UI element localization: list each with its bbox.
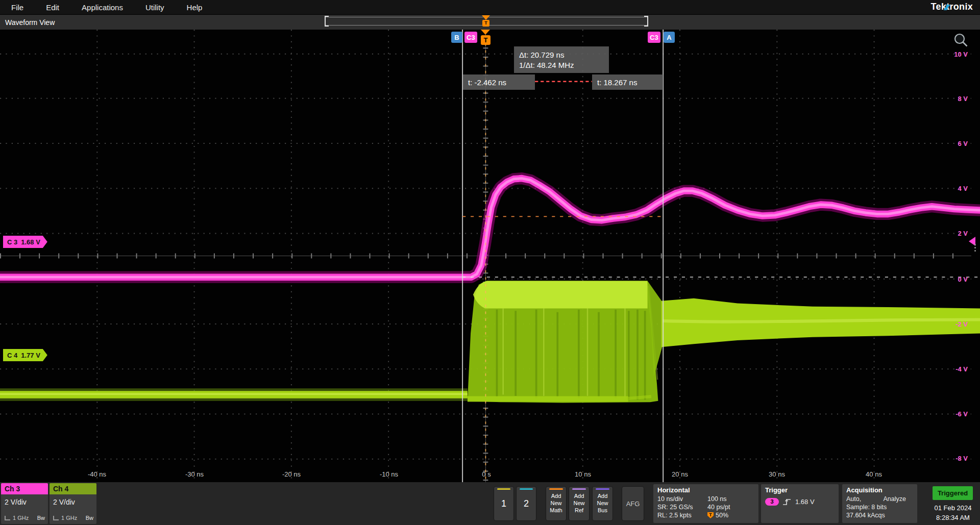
acquisition-sample: Sample: 8 bits — [846, 504, 887, 511]
ch3-badge[interactable]: Ch 3 2 V/div 1 GHz Bw — [1, 483, 48, 524]
cursor-a-badge[interactable]: A — [664, 32, 675, 43]
probe-icon — [5, 516, 10, 520]
acquisition-analyze: Analyze — [884, 495, 906, 503]
bottom-settings-bar: Ch 3 2 V/div 1 GHz Bw Ch 4 2 V/div 1 GHz… — [0, 482, 980, 525]
cursor-a-time-readout[interactable]: t: 18.267 ns — [592, 74, 663, 90]
cursor-b-time: t: -2.462 ns — [468, 78, 506, 87]
ch3-level: 1.68 V — [21, 238, 40, 246]
ch4-level-marker[interactable]: C 4 1.77 V — [3, 349, 47, 361]
menu-file[interactable]: File — [11, 3, 23, 12]
add-new-ref-button[interactable]: Add New Ref — [569, 486, 590, 521]
inverse-delta-t-value: 1/Δt: 48.24 MHz — [519, 61, 574, 69]
ch3-trace[interactable] — [0, 179, 980, 278]
scale-drag-handle[interactable] — [974, 244, 976, 245]
y-axis-label: 0 V — [958, 276, 968, 283]
y-axis-label: -6 V — [955, 410, 968, 418]
horizontal-position-minimap[interactable]: T — [325, 17, 648, 26]
trigger-arrow-icon — [481, 30, 490, 35]
ch4-trace[interactable] — [0, 281, 980, 403]
trigger-source-badge: 3 — [765, 498, 779, 506]
rising-edge-icon — [782, 498, 792, 506]
cursor-b-source-badge[interactable]: C3 — [464, 32, 477, 43]
x-axis-label: -40 ns — [88, 470, 106, 478]
date-time: 01 Feb 2024 8:28:34 AM — [925, 504, 980, 523]
minimap-trigger-marker[interactable]: T — [481, 15, 491, 28]
waveform-canvas[interactable] — [0, 30, 980, 482]
x-axis-label: 0 s — [482, 470, 491, 478]
y-axis-label: 8 V — [958, 95, 968, 103]
menu-applications[interactable]: Applications — [82, 3, 123, 12]
menu-utility[interactable]: Utility — [145, 3, 164, 12]
ch4-bw-limit-badge: Bw — [86, 515, 93, 521]
trigger-t-icon: T — [482, 20, 489, 27]
horizontal-span: 100 ns — [707, 495, 727, 503]
cursor-b-badge[interactable]: B — [451, 32, 462, 43]
bus-color-stripe — [596, 488, 609, 490]
ch3-bw-limit-badge: Bw — [37, 515, 45, 521]
y-axis-label: 2 V — [958, 230, 968, 237]
add-new-ref-label: Add New Ref — [570, 493, 588, 514]
x-axis-label: -20 ns — [282, 470, 301, 478]
view-2-button[interactable]: 2 — [516, 486, 536, 521]
x-axis-label: 20 ns — [672, 470, 688, 478]
add-new-math-label: Add New Math — [547, 493, 565, 514]
waveform-display[interactable]: B C3 T C3 A Δt: 20.729 ns 1/Δt: 48.24 MH… — [0, 30, 980, 482]
cursor-a-time: t: 18.267 ns — [597, 78, 637, 87]
view-2-color-stripe — [520, 488, 533, 490]
horizontal-panel[interactable]: Horizontal 10 ns/div 100 ns SR: 25 GS/s … — [653, 484, 758, 523]
probe-icon — [53, 516, 59, 520]
zoom-glass-icon[interactable] — [952, 32, 970, 49]
trigger-position-marker[interactable]: T — [480, 30, 491, 45]
add-new-bus-button[interactable]: Add New Bus — [592, 486, 613, 521]
view-2-label: 2 — [524, 498, 529, 509]
view-1-button[interactable]: 1 — [494, 486, 514, 521]
ch4-label: C 4 — [7, 352, 17, 359]
menu-bar: File Edit Applications Utility Help Tekt… — [0, 0, 980, 15]
trigger-position-icon: T — [707, 512, 714, 518]
view-1-color-stripe — [497, 488, 510, 490]
delta-t-value: Δt: 20.729 ns — [519, 51, 564, 59]
time: 8:28:34 AM — [925, 513, 980, 523]
ch3-bandwidth: 1 GHz — [13, 515, 29, 521]
trigger-level: 1.68 V — [795, 498, 815, 506]
ref-color-stripe — [572, 488, 586, 490]
horizontal-scale: 10 ns/div — [657, 495, 707, 503]
trigger-position-percent: 50% — [716, 512, 728, 519]
y-axis-label: -4 V — [955, 365, 968, 373]
acquisition-mode: Auto, — [846, 495, 861, 503]
ch3-scale: 2 V/div — [1, 494, 48, 506]
resolution: 40 ps/pt — [707, 504, 730, 511]
ch4-scale: 2 V/div — [50, 494, 96, 506]
acquisition-panel[interactable]: Acquisition Auto, Analyze Sample: 8 bits… — [842, 484, 917, 523]
date: 01 Feb 2024 — [925, 504, 980, 513]
record-length: RL: 2.5 kpts — [657, 512, 707, 519]
y-axis-label: 6 V — [958, 140, 968, 147]
x-axis-label: 40 ns — [866, 470, 882, 478]
x-axis-label: -10 ns — [380, 470, 398, 478]
horizontal-title: Horizontal — [657, 486, 754, 494]
ch4-badge[interactable]: Ch 4 2 V/div 1 GHz Bw — [50, 483, 96, 524]
ch3-level-marker[interactable]: C 3 1.68 V — [3, 236, 47, 248]
menu-edit[interactable]: Edit — [46, 3, 59, 12]
trigger-title: Trigger — [765, 486, 835, 494]
trigger-panel[interactable]: Trigger 3 1.68 V — [761, 484, 839, 523]
cursor-a-source-badge[interactable]: C3 — [648, 32, 660, 43]
x-axis-label: 30 ns — [769, 470, 785, 478]
tektronix-logo: Tektronix — [931, 2, 973, 12]
cursor-b-time-readout[interactable]: t: -2.462 ns — [463, 74, 535, 90]
math-color-stripe — [549, 488, 563, 490]
menu-help[interactable]: Help — [187, 3, 203, 12]
waveform-view-title: Waveform View — [5, 18, 55, 27]
ch4-bandwidth: 1 GHz — [61, 515, 77, 521]
ch3-label: C 3 — [7, 238, 17, 246]
acquisition-count: 37.604 kAcqs — [846, 512, 885, 519]
y-axis-label: -2 V — [955, 320, 968, 328]
ch4-badge-header: Ch 4 — [50, 483, 96, 494]
trigger-arrow-icon — [482, 15, 490, 20]
cursor-delta-readout[interactable]: Δt: 20.729 ns 1/Δt: 48.24 MHz — [514, 46, 609, 73]
ch3-badge-header: Ch 3 — [1, 483, 48, 494]
add-new-math-button[interactable]: Add New Math — [546, 486, 567, 521]
afg-button[interactable]: AFG — [622, 486, 644, 521]
view-1-label: 1 — [501, 498, 506, 509]
y-axis-label: 10 V — [954, 51, 968, 58]
